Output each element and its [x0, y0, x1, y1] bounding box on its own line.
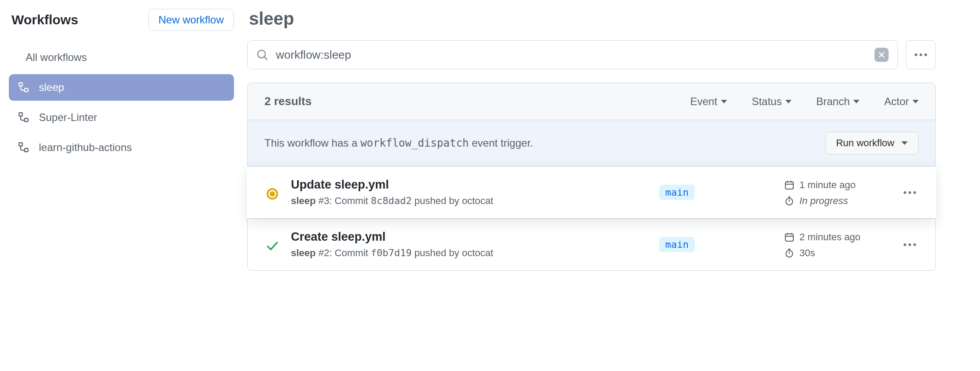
meta-col: 2 minutes ago 30s [784, 231, 890, 259]
svg-point-6 [258, 50, 265, 58]
search-row [247, 40, 936, 69]
svg-rect-3 [25, 118, 28, 122]
sidebar-item-label: sleep [39, 81, 64, 94]
dispatch-prefix: This workflow has a [264, 137, 360, 149]
branch-col: main [659, 185, 774, 200]
chevron-down-icon [901, 141, 908, 145]
sidebar-item-sleep[interactable]: sleep [9, 74, 234, 101]
run-title: Update sleep.yml [291, 178, 648, 192]
chevron-down-icon [912, 100, 919, 103]
status-success-icon [266, 240, 279, 252]
workflow-dispatch-bar: This workflow has a workflow_dispatch ev… [248, 120, 935, 167]
run-sub-prefix: : Commit [329, 247, 371, 258]
run-time-text: 1 minute ago [799, 179, 856, 191]
filter-label: Branch [816, 95, 850, 108]
results-panel: 2 results Event Status Branch Actor [247, 83, 936, 271]
results-header: 2 results Event Status Branch Actor [248, 83, 935, 120]
results-count: 2 results [264, 95, 312, 108]
kebab-icon [904, 243, 916, 246]
run-commit: f0b7d19 [371, 247, 412, 258]
svg-rect-1 [25, 88, 28, 92]
svg-rect-0 [19, 83, 23, 86]
run-more-button[interactable] [901, 243, 919, 246]
filter-label: Status [752, 95, 782, 108]
search-input[interactable] [276, 48, 867, 62]
chevron-down-icon [785, 100, 792, 103]
run-duration-text: In progress [799, 195, 848, 207]
chevron-down-icon [721, 100, 727, 103]
filter-label: Event [690, 95, 717, 108]
sidebar-item-label: learn-github-actions [39, 141, 132, 154]
workflows-sidebar: Workflows New workflow All workflows sle… [9, 9, 247, 362]
svg-rect-7 [785, 182, 793, 189]
filter-event[interactable]: Event [690, 95, 727, 108]
run-subtitle: sleep #3: Commit 8c8dad2 pushed by octoc… [291, 195, 648, 207]
status-col [264, 186, 280, 200]
run-more-button[interactable] [901, 191, 919, 194]
status-col [264, 237, 280, 252]
branch-col: main [659, 237, 774, 252]
run-number: #2 [318, 247, 329, 258]
dispatch-text: This workflow has a workflow_dispatch ev… [264, 137, 533, 149]
run-sub-mid: pushed by [412, 247, 462, 258]
clear-search-button[interactable] [874, 48, 889, 62]
filter-actor[interactable]: Actor [884, 95, 919, 108]
run-title-col: Update sleep.yml sleep #3: Commit 8c8dad… [291, 178, 648, 207]
run-sub-prefix: : Commit [329, 195, 371, 206]
run-actor: octocat [462, 195, 493, 206]
sidebar-item-label: All workflows [26, 51, 87, 64]
more-actions-button[interactable] [906, 40, 936, 69]
workflow-run-row[interactable]: Update sleep.yml sleep #3: Commit 8c8dad… [247, 167, 936, 218]
kebab-icon [915, 53, 927, 56]
workflow-icon [19, 142, 29, 153]
svg-rect-5 [25, 148, 28, 152]
run-workflow-label: Run workflow [836, 137, 894, 149]
sidebar-item-label: Super-Linter [39, 111, 97, 124]
sidebar-item-super-linter[interactable]: Super-Linter [9, 104, 234, 131]
filter-branch[interactable]: Branch [816, 95, 859, 108]
workflow-icon [19, 82, 29, 93]
branch-pill[interactable]: main [659, 237, 695, 252]
filter-group: Event Status Branch Actor [690, 95, 919, 108]
main-content: sleep 2 results Event [247, 9, 936, 362]
run-time: 1 minute ago [784, 179, 890, 191]
run-workflow-button[interactable]: Run workflow [825, 132, 919, 155]
chevron-down-icon [853, 100, 859, 103]
run-commit: 8c8dad2 [371, 195, 412, 206]
sidebar-item-learn-github-actions[interactable]: learn-github-actions [9, 134, 234, 161]
run-subtitle: sleep #2: Commit f0b7d19 pushed by octoc… [291, 247, 648, 259]
run-number: #3 [318, 195, 329, 206]
branch-pill[interactable]: main [659, 185, 695, 200]
stopwatch-icon [784, 196, 794, 206]
sidebar-header: Workflows New workflow [9, 9, 234, 31]
stopwatch-icon [784, 248, 794, 258]
run-duration: In progress [784, 195, 890, 207]
run-sub-mid: pushed by [412, 195, 462, 206]
run-title-col: Create sleep.yml sleep #2: Commit f0b7d1… [291, 230, 648, 259]
svg-rect-2 [19, 113, 23, 116]
filter-status[interactable]: Status [752, 95, 792, 108]
workflow-run-row[interactable]: Create sleep.yml sleep #2: Commit f0b7d1… [248, 218, 935, 270]
search-icon [256, 49, 268, 61]
meta-col: 1 minute ago In progress [784, 178, 890, 207]
svg-rect-9 [785, 234, 793, 241]
sidebar-item-all-workflows[interactable]: All workflows [9, 44, 234, 71]
filter-label: Actor [884, 95, 909, 108]
calendar-icon [784, 180, 794, 190]
close-icon [878, 51, 885, 58]
svg-rect-4 [19, 143, 23, 146]
run-workflow-name: sleep [291, 247, 316, 258]
page-title: sleep [247, 9, 936, 29]
run-duration: 30s [784, 247, 890, 259]
search-box[interactable] [247, 40, 898, 69]
sidebar-title: Workflows [11, 12, 78, 27]
run-time: 2 minutes ago [784, 231, 890, 243]
new-workflow-button[interactable]: New workflow [148, 9, 234, 31]
workflow-icon [19, 112, 29, 123]
run-title: Create sleep.yml [291, 230, 648, 244]
status-in-progress-icon [267, 188, 278, 200]
run-actor: octocat [462, 247, 493, 258]
run-time-text: 2 minutes ago [799, 231, 860, 243]
calendar-icon [784, 232, 794, 242]
dispatch-code: workflow_dispatch [360, 137, 469, 149]
